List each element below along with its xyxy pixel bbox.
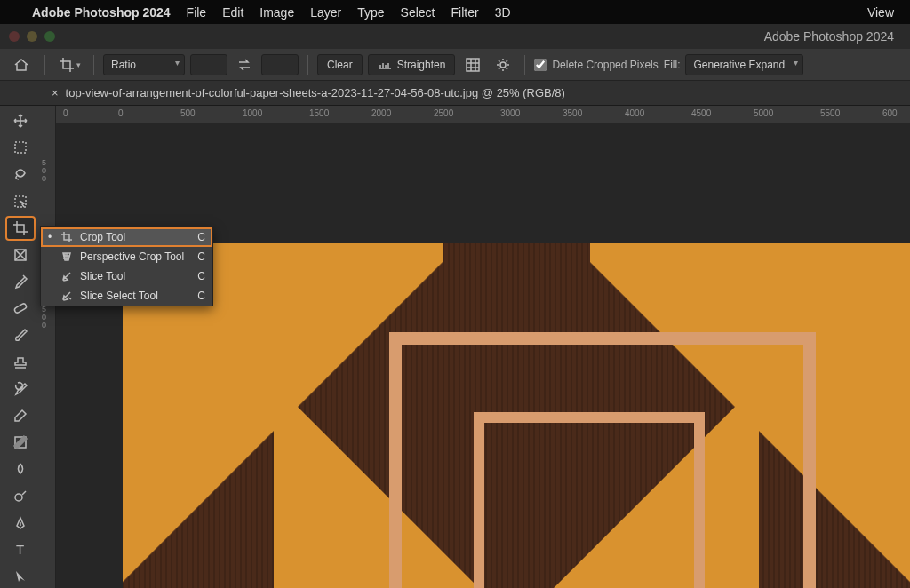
type-tool[interactable]: T xyxy=(6,538,35,561)
swap-icon xyxy=(237,59,251,71)
path-selection-tool[interactable] xyxy=(6,565,35,588)
canvas-area: 500 0 500 0 0 500 1000 1500 2000 2500 30… xyxy=(40,106,910,588)
frame-tool[interactable] xyxy=(6,243,35,266)
eyedropper-icon xyxy=(12,274,28,290)
fill-select-wrap[interactable]: Generative Expand xyxy=(685,54,803,75)
document-tab-row: × top-view-of-arrangement-of-colorful-pa… xyxy=(0,81,910,106)
flyout-shortcut: C xyxy=(197,270,205,282)
swap-dimensions-button[interactable] xyxy=(233,54,256,75)
minimize-window-button[interactable] xyxy=(27,31,37,42)
menu-layer[interactable]: Layer xyxy=(310,5,341,20)
menu-file[interactable]: File xyxy=(187,5,207,20)
pen-tool[interactable] xyxy=(6,512,35,535)
horizontal-ruler[interactable]: 0 0 500 1000 1500 2000 2500 3000 3500 40… xyxy=(56,106,910,123)
straighten-button[interactable]: Straighten xyxy=(368,54,456,75)
marquee-tool[interactable] xyxy=(6,136,35,159)
app-name[interactable]: Adobe Photoshop 2024 xyxy=(32,5,171,20)
type-icon: T xyxy=(12,542,28,558)
ruler-tick: 0 xyxy=(118,108,124,118)
home-button[interactable] xyxy=(7,52,36,77)
ruler-tick: 0 xyxy=(63,108,68,118)
flyout-item-slice-select[interactable]: Slice Select Tool C xyxy=(41,286,212,306)
svg-rect-1 xyxy=(15,142,26,153)
svg-text:T: T xyxy=(16,542,24,557)
object-select-icon xyxy=(12,194,28,210)
svg-point-0 xyxy=(500,62,506,68)
clone-stamp-tool[interactable] xyxy=(6,351,35,374)
pen-icon xyxy=(12,515,28,531)
ruler-tick: 2500 xyxy=(434,108,453,118)
close-window-button[interactable] xyxy=(9,31,20,42)
dodge-icon xyxy=(12,488,28,504)
brush-tool[interactable] xyxy=(6,323,35,346)
blur-tool[interactable] xyxy=(6,457,35,481)
eyedropper-tool[interactable] xyxy=(6,270,35,293)
straighten-icon xyxy=(378,60,392,70)
svg-rect-4 xyxy=(13,303,27,314)
eraser-tool[interactable] xyxy=(6,404,35,427)
object-selection-tool[interactable] xyxy=(6,190,35,213)
history-brush-tool[interactable] xyxy=(6,377,35,401)
overlay-grid-button[interactable] xyxy=(460,53,485,76)
chevron-down-icon: ▾ xyxy=(76,60,81,69)
menu-view[interactable]: View xyxy=(867,5,894,20)
crop-icon xyxy=(60,231,73,243)
ratio-select[interactable]: Ratio xyxy=(103,54,185,75)
ruler-tick: 2000 xyxy=(371,108,391,118)
crop-tool-indicator[interactable]: ▾ xyxy=(54,53,84,76)
tab-close-button[interactable]: × xyxy=(52,86,59,99)
lasso-tool[interactable] xyxy=(6,163,35,186)
ruler-tick: 500 xyxy=(180,108,196,118)
flyout-shortcut: C xyxy=(197,250,205,263)
menu-type[interactable]: Type xyxy=(357,5,384,20)
zoom-window-button[interactable] xyxy=(44,31,55,42)
straighten-label: Straighten xyxy=(397,59,446,71)
svg-point-6 xyxy=(15,494,22,501)
document-canvas[interactable] xyxy=(56,123,910,588)
ruler-tick: 3000 xyxy=(500,108,520,118)
delete-cropped-input[interactable] xyxy=(534,59,547,71)
menu-select[interactable]: Select xyxy=(401,5,435,20)
clear-button[interactable]: Clear xyxy=(317,54,363,75)
menu-filter[interactable]: Filter xyxy=(451,5,479,20)
main-area: T 500 0 500 0 0 500 1000 1500 2000 2500 … xyxy=(0,106,910,588)
droplet-icon xyxy=(12,461,28,477)
ruler-tick: 4500 xyxy=(691,108,711,118)
move-tool[interactable] xyxy=(6,109,35,132)
eraser-icon xyxy=(12,408,28,424)
fill-select[interactable]: Generative Expand xyxy=(685,54,803,75)
arrow-icon xyxy=(12,568,28,584)
gradient-icon xyxy=(12,434,28,450)
gradient-tool[interactable] xyxy=(6,431,35,454)
crop-settings-button[interactable] xyxy=(491,53,515,76)
menu-3d[interactable]: 3D xyxy=(495,5,511,20)
document-tab-label[interactable]: top-view-of-arrangement-of-colorful-pape… xyxy=(66,86,565,99)
window-titlebar: Adobe Photoshop 2024 xyxy=(0,24,910,49)
ratio-select-wrap[interactable]: Ratio xyxy=(103,54,185,75)
ruler-tick: 1000 xyxy=(243,108,262,118)
vertical-ruler[interactable]: 500 0 500 xyxy=(40,106,56,588)
flyout-item-crop[interactable]: • Crop Tool C xyxy=(41,227,212,247)
ruler-tick: 600 xyxy=(882,108,898,118)
mac-menubar: Adobe Photoshop 2024 File Edit Image Lay… xyxy=(0,0,910,24)
flyout-shortcut: C xyxy=(197,231,205,243)
ratio-height-input[interactable] xyxy=(261,54,299,75)
healing-brush-tool[interactable] xyxy=(6,297,35,320)
ruler-tick: 3500 xyxy=(563,108,582,118)
crop-tool[interactable] xyxy=(6,217,35,240)
ratio-width-input[interactable] xyxy=(190,54,228,75)
menu-image[interactable]: Image xyxy=(259,5,294,20)
flyout-item-perspective-crop[interactable]: Perspective Crop Tool C xyxy=(41,247,212,266)
ruler-tick: 5000 xyxy=(754,108,773,118)
image-content xyxy=(123,243,910,588)
flyout-shortcut: C xyxy=(197,290,205,302)
perspective-crop-icon xyxy=(60,250,73,263)
menu-edit[interactable]: Edit xyxy=(222,5,243,20)
dodge-tool[interactable] xyxy=(6,484,35,507)
crop-icon xyxy=(59,57,75,73)
options-bar: ▾ Ratio Clear Straighten Delete Cropped … xyxy=(0,49,910,81)
ruler-tick: 1500 xyxy=(309,108,329,118)
gear-icon xyxy=(495,57,511,73)
flyout-item-slice[interactable]: Slice Tool C xyxy=(41,266,212,286)
delete-cropped-checkbox[interactable]: Delete Cropped Pixels xyxy=(534,59,658,71)
